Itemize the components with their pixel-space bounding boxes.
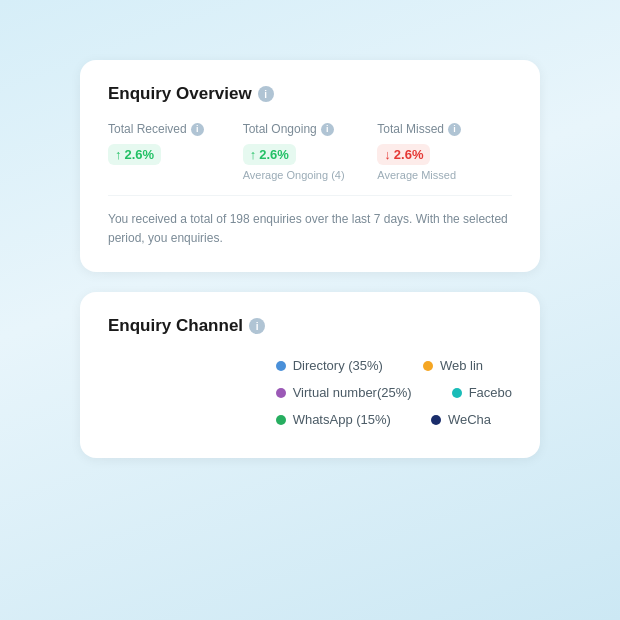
total-ongoing-sub: Average Ongoing (4)	[243, 169, 358, 181]
legend-facebook: Facebo	[452, 385, 512, 400]
total-missed-pct: 2.6%	[394, 147, 424, 162]
title-text: Enquiry Overview	[108, 84, 252, 104]
legend-wechat: WeCha	[431, 412, 491, 427]
dot-virtual	[276, 388, 286, 398]
dot-weblink	[423, 361, 433, 371]
total-ongoing-badge: ↑ 2.6%	[243, 144, 296, 165]
legend-virtual: Virtual number(25%)	[276, 385, 412, 400]
enquiry-channel-title: Enquiry Channel i	[108, 316, 512, 336]
dot-wechat	[431, 415, 441, 425]
stat-total-received: Total Received i ↑ 2.6%	[108, 122, 243, 181]
enquiry-overview-card: Enquiry Overview i Total Received i ↑ 2.…	[80, 60, 540, 272]
down-arrow-icon: ↓	[384, 147, 391, 162]
stat-total-missed: Total Missed i ↓ 2.6% Average Missed	[377, 122, 512, 181]
channel-chart-area	[108, 354, 276, 434]
total-received-badge: ↑ 2.6%	[108, 144, 161, 165]
total-received-label: Total Received i	[108, 122, 223, 136]
enquiry-summary: You received a total of 198 enquiries ov…	[108, 195, 512, 248]
legend-row-1: Directory (35%) Web lin	[276, 358, 512, 373]
channel-legend: Directory (35%) Web lin Virtual number(2…	[276, 354, 512, 434]
legend-facebook-label: Facebo	[469, 385, 512, 400]
total-received-pct: 2.6%	[125, 147, 155, 162]
overview-info-icon[interactable]: i	[258, 86, 274, 102]
channel-title-text: Enquiry Channel	[108, 316, 243, 336]
total-received-value: ↑ 2.6%	[108, 144, 223, 165]
legend-wechat-label: WeCha	[448, 412, 491, 427]
legend-virtual-label: Virtual number(25%)	[293, 385, 412, 400]
total-ongoing-pct: 2.6%	[259, 147, 289, 162]
total-ongoing-label: Total Ongoing i	[243, 122, 358, 136]
total-missed-info-icon[interactable]: i	[448, 123, 461, 136]
total-ongoing-value: ↑ 2.6%	[243, 144, 358, 165]
enquiry-overview-title: Enquiry Overview i	[108, 84, 512, 104]
stats-row: Total Received i ↑ 2.6% Total Ongoing i …	[108, 122, 512, 181]
stat-total-ongoing: Total Ongoing i ↑ 2.6% Average Ongoing (…	[243, 122, 378, 181]
total-missed-label: Total Missed i	[377, 122, 492, 136]
legend-directory: Directory (35%)	[276, 358, 383, 373]
dot-facebook	[452, 388, 462, 398]
dot-whatsapp	[276, 415, 286, 425]
legend-row-3: WhatsApp (15%) WeCha	[276, 412, 512, 427]
enquiry-channel-card: Enquiry Channel i Directory (35%) Web li…	[80, 292, 540, 458]
channel-content: Directory (35%) Web lin Virtual number(2…	[108, 354, 512, 434]
legend-weblink-label: Web lin	[440, 358, 483, 373]
legend-whatsapp-label: WhatsApp (15%)	[293, 412, 391, 427]
up-arrow-icon-2: ↑	[250, 147, 257, 162]
legend-directory-label: Directory (35%)	[293, 358, 383, 373]
total-missed-sub: Average Missed	[377, 169, 492, 181]
total-missed-value: ↓ 2.6%	[377, 144, 492, 165]
channel-info-icon[interactable]: i	[249, 318, 265, 334]
total-received-info-icon[interactable]: i	[191, 123, 204, 136]
legend-weblink: Web lin	[423, 358, 483, 373]
dot-directory	[276, 361, 286, 371]
up-arrow-icon: ↑	[115, 147, 122, 162]
legend-row-2: Virtual number(25%) Facebo	[276, 385, 512, 400]
total-ongoing-info-icon[interactable]: i	[321, 123, 334, 136]
legend-whatsapp: WhatsApp (15%)	[276, 412, 391, 427]
total-missed-badge: ↓ 2.6%	[377, 144, 430, 165]
